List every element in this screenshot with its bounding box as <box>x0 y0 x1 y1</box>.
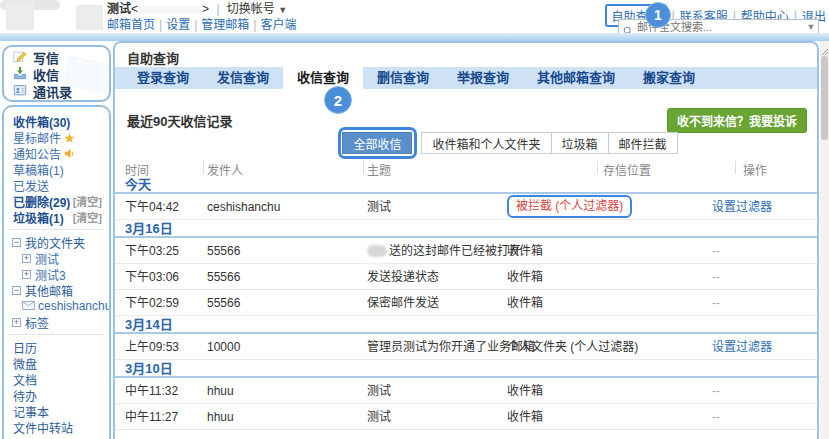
no-action-dash: -- <box>712 270 720 284</box>
action-cell: -- <box>712 264 720 290</box>
filter-button-垃圾箱[interactable]: 垃圾箱 <box>551 132 609 154</box>
sidebar-folder-item[interactable]: 星标邮件★ <box>4 129 109 145</box>
folder-label: 收件箱(30) <box>13 113 70 130</box>
filter-button-收件箱和个人文件夹[interactable]: 收件箱和个人文件夹 <box>421 132 551 154</box>
mail-record-table: 今天下午04:42ceshishanchu测试被拦截 (个人过滤器)设置过滤器3… <box>115 176 817 430</box>
sidebar-tree-item[interactable]: +标签 <box>4 314 109 330</box>
tab-其他邮箱查询[interactable]: 其他邮箱查询 <box>523 67 629 89</box>
compose-button[interactable]: 写信 <box>4 49 109 66</box>
sidebar-app-item[interactable]: 待办 <box>4 387 109 403</box>
time-cell: 下午03:06 <box>125 264 179 290</box>
subject-cell[interactable]: 测试 <box>367 404 391 430</box>
sidebar-folder-item[interactable]: 通知公告 <box>4 145 109 161</box>
tab-收信查询[interactable]: 收信查询 <box>283 67 363 89</box>
tree-expand-icon[interactable]: + <box>22 270 31 279</box>
sidebar-app-item[interactable]: 文件中转站 <box>4 419 109 435</box>
sidebar-folder-item[interactable]: 垃圾箱(1)[清空] <box>4 209 109 225</box>
folder-label: 星标邮件 <box>13 129 61 146</box>
sender-cell: hhuu <box>207 404 234 430</box>
subject-cell[interactable]: 测试 <box>367 194 391 220</box>
receive-mail-button[interactable]: 收信 <box>4 66 109 83</box>
table-row: 下午04:42ceshishanchu测试被拦截 (个人过滤器)设置过滤器 <box>115 194 817 220</box>
sidebar-folder-panel: 收件箱(30)星标邮件★通知公告草稿箱(1)已发送已删除(29)[清空]垃圾箱(… <box>2 105 111 439</box>
search-scope-dropdown-icon[interactable]: ▼ <box>804 22 818 32</box>
tree-collapse-icon[interactable]: − <box>12 286 21 295</box>
time-cell: 中午11:32 <box>125 378 178 404</box>
action-cell: -- <box>712 238 720 264</box>
quick-actions: 写信收信通讯录 <box>4 49 109 100</box>
tab-发信查询[interactable]: 发信查询 <box>203 67 283 89</box>
action-cell: 设置过滤器 <box>712 334 772 360</box>
sidebar-folder-item[interactable]: 已删除(29)[清空] <box>4 193 109 209</box>
switch-account-link[interactable]: 切换帐号 <box>227 2 275 16</box>
subject-cell[interactable]: 送的这封邮件已经被打开. <box>367 238 524 264</box>
sidebar-tree-item[interactable]: −其他邮箱 <box>4 282 109 298</box>
mail-home-link[interactable]: 邮箱首页 <box>107 18 155 32</box>
date-group-header: 3月14日 <box>115 316 817 334</box>
sidebar-app-item[interactable]: 日历 <box>4 339 109 355</box>
settings-link[interactable]: 设置 <box>166 18 190 32</box>
action-cell: -- <box>712 290 720 316</box>
date-group-header: 3月16日 <box>115 220 817 238</box>
tab-删信查询[interactable]: 删信查询 <box>363 67 443 89</box>
sidebar-tree-item[interactable]: +测试3 <box>4 266 109 282</box>
no-action-dash: -- <box>712 410 720 424</box>
table-row: 中午11:27hhuu测试收件箱-- <box>115 404 817 430</box>
annotation-box-blocked: 被拦截 (个人过滤器) <box>507 195 632 218</box>
tree-expand-icon[interactable]: + <box>12 318 21 327</box>
separator: | <box>194 18 197 32</box>
tree-collapse-icon[interactable]: − <box>12 238 21 247</box>
sidebar-app-item[interactable]: 文档 <box>4 371 109 387</box>
contacts-button[interactable]: 通讯录 <box>4 83 109 100</box>
client-link[interactable]: 客户端 <box>260 18 296 32</box>
clear-folder-link[interactable]: [清空] <box>73 193 102 209</box>
column-header-主题: 主题 <box>367 161 391 178</box>
sidebar-folder-item[interactable]: 草稿箱(1) <box>4 161 109 177</box>
no-action-dash: -- <box>712 244 720 258</box>
location-cell: 被拦截 (个人过滤器) <box>507 194 632 220</box>
separator: | <box>159 18 162 32</box>
bracket-close: > <box>202 2 209 16</box>
subject-cell[interactable]: 测试 <box>367 378 391 404</box>
sidebar-folder-item[interactable]: 已发送 <box>4 177 109 193</box>
tree-item-label: 我的文件夹 <box>25 234 85 251</box>
receive-icon <box>13 66 27 83</box>
subject-cell[interactable]: 发送投递状态 <box>367 264 439 290</box>
sidebar-tree-item[interactable]: −我的文件夹 <box>4 234 109 250</box>
folder-label: 垃圾箱(1) <box>13 209 64 226</box>
set-filter-link[interactable]: 设置过滤器 <box>712 340 772 354</box>
sidebar-tree-item[interactable]: +测试 <box>4 250 109 266</box>
sidebar-tree-item[interactable]: ceshishanchu <box>4 298 109 314</box>
tab-搬家查询[interactable]: 搬家查询 <box>629 67 709 89</box>
tab-登录查询[interactable]: 登录查询 <box>123 67 203 89</box>
table-row: 下午03:2555566送的这封邮件已经被打开.收件箱-- <box>115 238 817 264</box>
chevron-down-icon[interactable]: ▼ <box>278 5 287 15</box>
main-panel: 自助查询 登录查询发信查询收信查询删信查询举报查询其他邮箱查询搬家查询 最近90… <box>113 41 819 439</box>
tree-item-label: 其他邮箱 <box>25 282 73 299</box>
filter-button-全部收信[interactable]: 全部收信 <box>342 132 412 154</box>
table-row: 上午09:5310000管理员测试为你开通了业务邮箱个人文件夹 (个人过滤器)设… <box>115 334 817 360</box>
column-separator <box>203 161 204 174</box>
table-row: 中午11:32hhuu测试收件箱-- <box>115 378 817 404</box>
sidebar-folder-item[interactable]: 收件箱(30) <box>4 113 109 129</box>
sidebar-app-item[interactable]: 记事本 <box>4 403 109 419</box>
manage-mailbox-link[interactable]: 管理邮箱 <box>201 18 249 32</box>
separator: | <box>216 2 219 16</box>
time-cell: 下午04:42 <box>125 194 179 220</box>
table-header: 时间发件人主题存信位置操作 <box>115 160 817 176</box>
set-filter-link[interactable]: 设置过滤器 <box>712 200 772 214</box>
date-group-header: 今天 <box>115 176 817 194</box>
clear-folder-link[interactable]: [清空] <box>73 209 102 225</box>
tree-expand-icon[interactable]: + <box>22 254 31 263</box>
folder-label: 草稿箱(1) <box>13 161 64 178</box>
folder-label: 已发送 <box>13 177 49 194</box>
column-separator <box>363 161 364 174</box>
filter-button-邮件拦截[interactable]: 邮件拦截 <box>608 132 678 154</box>
scrollbar-thumb[interactable] <box>821 56 828 140</box>
subject-cell[interactable]: 保密邮件发送 <box>367 290 439 316</box>
table-row: 下午02:5955566保密邮件发送收件箱-- <box>115 290 817 316</box>
sender-cell: 10000 <box>207 334 240 360</box>
redacted-account-address <box>138 6 202 14</box>
sidebar-app-item[interactable]: 微盘 <box>4 355 109 371</box>
tab-举报查询[interactable]: 举报查询 <box>443 67 523 89</box>
